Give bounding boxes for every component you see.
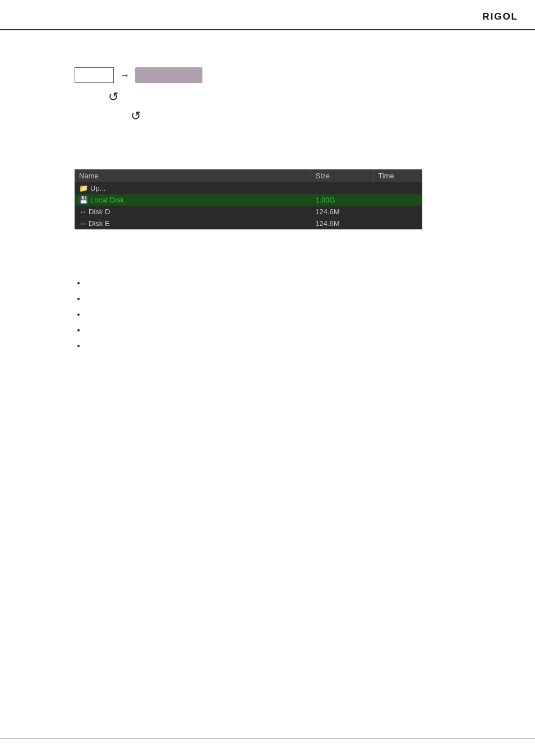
nav-area: → ↺ ↺ — [75, 67, 202, 123]
col-header-time: Time — [373, 169, 422, 182]
nav-row: → — [75, 67, 202, 83]
bullet-list — [75, 275, 86, 353]
refresh-icon-1[interactable]: ↺ — [108, 90, 202, 104]
refresh-icon-2[interactable]: ↺ — [131, 109, 202, 123]
nav-arrow-icon: → — [119, 70, 130, 81]
file-name-cell: ↔Disk D — [75, 206, 311, 218]
nav-source-box[interactable] — [75, 67, 114, 83]
file-size-cell — [311, 182, 373, 194]
col-header-size: Size — [311, 169, 373, 182]
file-size-cell: 124.6M — [311, 206, 373, 218]
bottom-rule — [0, 739, 535, 740]
table-row[interactable]: 📁Up... — [75, 182, 422, 194]
top-rule — [0, 29, 535, 30]
file-time-cell — [373, 182, 422, 194]
local-disk-icon: 💾 — [79, 196, 88, 204]
file-size-cell: 1.00G — [311, 194, 373, 206]
disk-icon: ↔ — [79, 219, 86, 228]
table-row[interactable]: ↔Disk D 124.6M — [75, 206, 422, 218]
file-name-cell: ↔Disk E — [75, 218, 311, 229]
file-time-cell — [373, 194, 422, 206]
table-row[interactable]: 💾Local Disk 1.00G — [75, 194, 422, 206]
file-time-cell — [373, 218, 422, 229]
col-header-name: Name — [75, 169, 311, 182]
file-browser-table: Name Size Time 📁Up... 💾Local Disk 1.00G … — [75, 169, 422, 229]
file-size-cell: 124.6M — [311, 218, 373, 229]
nav-destination-box[interactable] — [135, 67, 202, 83]
table-header-row: Name Size Time — [75, 169, 422, 182]
file-time-cell — [373, 206, 422, 218]
folder-up-icon: 📁 — [79, 184, 88, 192]
file-name-cell: 📁Up... — [75, 182, 311, 194]
table-row[interactable]: ↔Disk E 124.6M — [75, 218, 422, 229]
brand-label: RIGOL — [482, 11, 518, 22]
disk-icon: ↔ — [79, 208, 86, 216]
file-name-cell: 💾Local Disk — [75, 194, 311, 206]
